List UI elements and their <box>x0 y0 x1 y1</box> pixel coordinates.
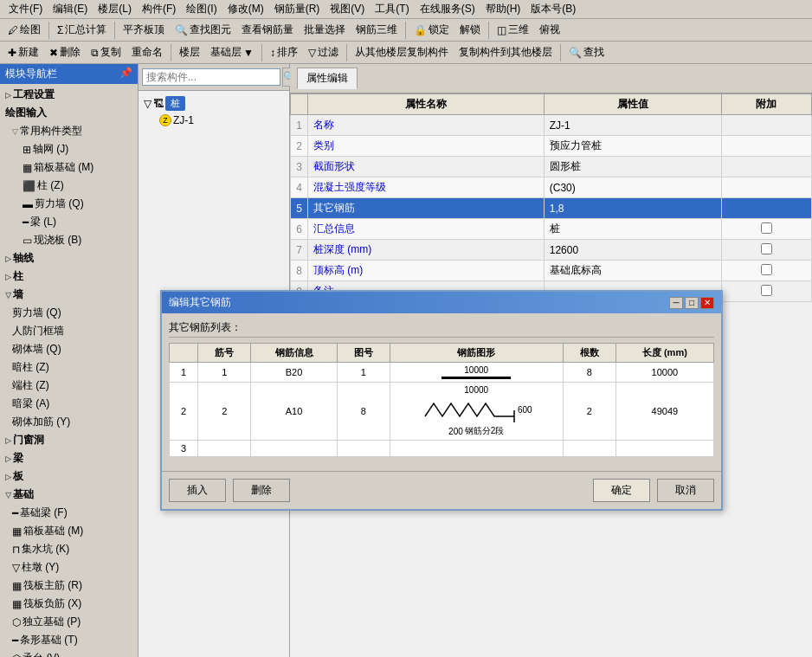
rebar-row2-info[interactable]: A10 <box>251 383 337 441</box>
sidebar-item-found-beam[interactable]: ━ 基础梁 (F) <box>2 504 136 522</box>
prop-row-value[interactable]: 桩 <box>544 219 721 240</box>
sidebar-item-column2[interactable]: ▷ 柱 <box>2 267 136 286</box>
rebar-row3-shape[interactable] <box>390 441 563 457</box>
rebar-row1-length[interactable]: 10000 <box>615 363 713 383</box>
btn-search[interactable]: 🔍 查找 <box>564 42 609 62</box>
prop-row-value[interactable]: (C30) <box>544 177 721 198</box>
btn-filter[interactable]: ▽ 过滤 <box>304 42 343 62</box>
tab-prop-edit[interactable]: 属性编辑 <box>297 68 358 89</box>
rebar-row2-tuhao[interactable]: 8 <box>337 383 390 441</box>
prop-row[interactable]: 4混凝土强度等级(C30) <box>291 177 812 198</box>
btn-sort[interactable]: ↕ 排序 <box>266 42 302 62</box>
sidebar-item-slab[interactable]: ▭ 现浇板 (B) <box>2 231 136 249</box>
sidebar-item-cap[interactable]: ⬡ 承台 (V) <box>2 649 136 657</box>
btn-view-rebar[interactable]: 查看钢筋量 <box>237 20 298 40</box>
sidebar-item-darkbeam[interactable]: 暗梁 (A) <box>2 395 136 413</box>
btn-rebar-3d[interactable]: 钢筋三维 <box>351 20 402 40</box>
sidebar-item-window[interactable]: ▷ 门窗洞 <box>2 431 136 449</box>
menu-file[interactable]: 文件(F) <box>3 0 48 18</box>
rebar-row2-length[interactable]: 49049 <box>615 383 713 441</box>
rebar-row3-tuhao[interactable] <box>337 441 390 457</box>
btn-del[interactable]: 删除 <box>233 479 290 502</box>
menu-component[interactable]: 构件(F) <box>137 0 181 18</box>
prop-row-name[interactable]: 名称 <box>308 115 545 136</box>
sidebar-item-column[interactable]: ⬛ 柱 (Z) <box>2 177 136 195</box>
sidebar-item-axis[interactable]: ⊞ 轴网 (J) <box>2 140 136 158</box>
rebar-row1-tuhao[interactable]: 1 <box>337 363 390 383</box>
rebar-row3-length[interactable] <box>615 441 713 457</box>
sidebar-item-isolated[interactable]: ⬡ 独立基础 (P) <box>2 613 136 631</box>
btn-cancel[interactable]: 取消 <box>657 479 714 502</box>
prop-row[interactable]: 7桩深度 (mm)12600 <box>291 240 812 261</box>
menu-rebar[interactable]: 钢筋量(R) <box>269 0 325 18</box>
sidebar-item-endpillar[interactable]: 端柱 (Z) <box>2 377 136 395</box>
sidebar-item-beam2[interactable]: ▷ 梁 <box>2 449 136 467</box>
sidebar-item-shearwall2[interactable]: 剪力墙 (Q) <box>2 304 136 322</box>
prop-row-value[interactable]: 圆形桩 <box>544 157 721 177</box>
prop-row-name[interactable]: 类别 <box>308 136 545 157</box>
sidebar-item-darkpillar[interactable]: 暗柱 (Z) <box>2 358 136 377</box>
sidebar-item-raft[interactable]: ▦ 箱板基础 (M) <box>2 158 136 177</box>
rebar-row3-info[interactable] <box>251 441 337 457</box>
btn-unlock[interactable]: 解锁 <box>455 20 485 40</box>
prop-row[interactable]: 6汇总信息桩 <box>291 219 812 240</box>
rebar-row1-shape[interactable]: 10000 <box>390 363 563 383</box>
sidebar-item-box-found[interactable]: ▦ 箱板基础 (M) <box>2 522 136 540</box>
btn-copy[interactable]: ⧉ 复制 <box>87 42 126 62</box>
sidebar-item-sump[interactable]: ⊓ 集水坑 (K) <box>2 540 136 558</box>
search-input[interactable] <box>142 68 280 86</box>
sidebar-item-raft-main[interactable]: ▦ 筏板主筋 (R) <box>2 576 136 595</box>
menu-online[interactable]: 在线服务(S) <box>415 0 480 18</box>
pin-icon[interactable]: 📌 <box>119 67 132 81</box>
dialog-maximize-btn[interactable]: □ <box>685 297 699 309</box>
prop-row-value[interactable]: 基础底标高 <box>544 261 721 281</box>
rebar-row2-shape[interactable]: 10000 600 200 钢筋 <box>390 383 563 441</box>
sidebar-item-drawing[interactable]: 绘图输入 <box>2 104 136 122</box>
sidebar-item-common[interactable]: ▽ 常用构件类型 <box>2 122 136 140</box>
prop-row-name[interactable]: 顶标高 (m) <box>308 261 545 281</box>
sidebar-item-pilecap[interactable]: ▽ 柱墩 (Y) <box>2 558 136 576</box>
sidebar-item-shear-wall[interactable]: ▬ 剪力墙 (Q) <box>2 195 136 213</box>
rebar-row2-count[interactable]: 2 <box>563 383 615 441</box>
menu-draw[interactable]: 绘图(I) <box>181 0 222 18</box>
btn-calc[interactable]: Σ 汇总计算 <box>53 20 111 40</box>
prop-row-value[interactable]: 1,8 <box>544 198 721 219</box>
menu-view[interactable]: 视图(V) <box>325 0 370 18</box>
btn-delete[interactable]: ✖ 删除 <box>45 42 85 62</box>
rebar-row3-count[interactable] <box>563 441 615 457</box>
sidebar-item-project[interactable]: ▷ 工程设置 <box>2 86 136 104</box>
menu-edit[interactable]: 编辑(E) <box>48 0 93 18</box>
rebar-row2-jin[interactable]: 2 <box>198 383 251 441</box>
btn-copy-to[interactable]: 复制构件到其他楼层 <box>454 42 557 62</box>
btn-insert[interactable]: 插入 <box>169 479 226 502</box>
btn-copy-from[interactable]: 从其他楼层复制构件 <box>351 42 453 62</box>
btn-3d[interactable]: ◫ 三维 <box>493 20 533 40</box>
dialog-close-btn[interactable]: ✕ <box>700 297 714 309</box>
btn-lock[interactable]: 🔒 锁定 <box>409 20 454 40</box>
btn-align[interactable]: 平齐板顶 <box>119 20 169 40</box>
sidebar-item-masonry[interactable]: 砌体墙 (Q) <box>2 340 136 358</box>
menu-tools[interactable]: 工具(T) <box>370 0 414 18</box>
btn-floor[interactable]: 楼层 <box>175 42 204 62</box>
prop-checkbox[interactable] <box>761 264 772 275</box>
btn-find[interactable]: 🔍 查找图元 <box>171 20 235 40</box>
prop-row-name[interactable]: 其它钢筋 <box>308 198 545 219</box>
prop-row-value[interactable]: 12600 <box>544 240 721 261</box>
prop-row-name[interactable]: 截面形状 <box>308 157 545 177</box>
rebar-row3-jin[interactable] <box>198 441 251 457</box>
tree-root[interactable]: ▽ 🏗 桩 <box>142 94 286 113</box>
btn-draw[interactable]: 🖊 绘图 <box>3 20 45 40</box>
prop-row-value[interactable]: 预应力管桩 <box>544 136 721 157</box>
prop-checkbox[interactable] <box>761 222 772 234</box>
menu-help[interactable]: 帮助(H) <box>480 0 526 18</box>
menu-modify[interactable]: 修改(M) <box>222 0 269 18</box>
menu-version[interactable]: 版本号(B) <box>525 0 581 18</box>
btn-confirm[interactable]: 确定 <box>593 479 650 502</box>
prop-row-value[interactable]: ZJ-1 <box>544 115 721 136</box>
sidebar-item-axis-line[interactable]: ▷ 轴线 <box>2 249 136 267</box>
btn-rename[interactable]: 重命名 <box>127 42 167 62</box>
prop-row[interactable]: 3截面形状圆形桩 <box>291 157 812 177</box>
sidebar-item-raft-neg[interactable]: ▦ 筏板负筋 (X) <box>2 595 136 613</box>
btn-batch-select[interactable]: 批量选择 <box>300 20 350 40</box>
btn-base-floor[interactable]: 基础层 ▼ <box>206 42 258 62</box>
